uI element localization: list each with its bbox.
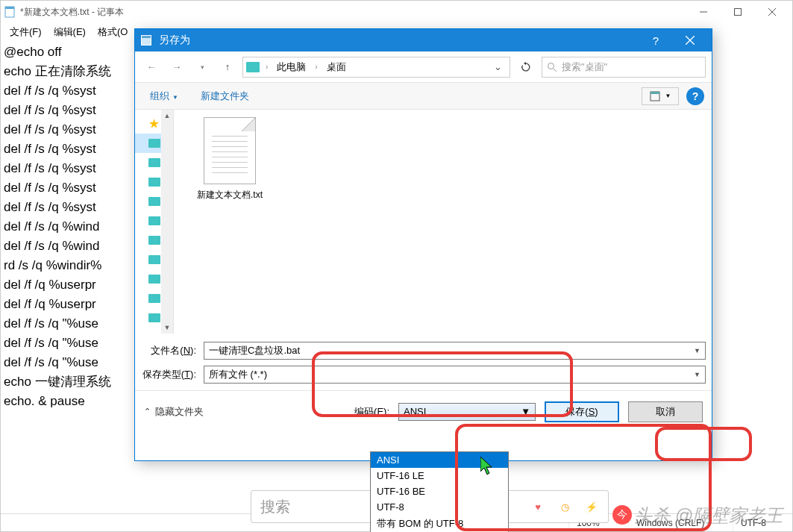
watermark-text: 头杀 @隔壁家老王 — [634, 504, 783, 528]
mouse-cursor-icon — [480, 457, 495, 476]
folder-tree[interactable]: ▲ ▼ — [135, 110, 174, 334]
svg-rect-1 — [5, 7, 14, 9]
save-as-dialog: 另存为 ? ← → ▾ ↑ › 此电脑 › 桌面 ⌄ 搜索"桌面" 组织▼ 新建… — [134, 28, 712, 461]
scroll-down-icon[interactable]: ▼ — [161, 322, 173, 334]
new-folder-button[interactable]: 新建文件夹 — [193, 87, 257, 106]
saveas-fields: 文件名(N): 一键清理C盘垃圾.bat▼ 保存类型(T): 所有文件 (*.*… — [135, 334, 712, 390]
breadcrumb-leaf[interactable]: 桌面 — [324, 59, 349, 75]
encoding-option[interactable]: 带有 BOM 的 UTF-8 — [371, 515, 508, 532]
help-icon[interactable]: ? — [686, 87, 704, 105]
cancel-button[interactable]: 取消 — [628, 401, 703, 422]
encoding-option[interactable]: UTF-8 — [371, 499, 508, 515]
filetype-label: 保存类型(T): — [141, 368, 204, 381]
maximize-button[interactable] — [721, 1, 755, 23]
svg-line-12 — [554, 69, 557, 72]
filename-label: 文件名(N): — [141, 344, 204, 357]
nav-forward-button[interactable]: → — [166, 57, 187, 78]
address-bar[interactable]: › 此电脑 › 桌面 ⌄ — [242, 57, 510, 78]
breadcrumb-sep-icon: › — [313, 63, 319, 71]
saveas-footer: ⌃ 隐藏文件夹 编码(E): ANSI▼ 保存(S) 取消 — [135, 390, 712, 432]
watermark-logo-icon: 今 — [612, 505, 632, 525]
file-list[interactable]: 新建文本文档.txt — [174, 110, 712, 334]
text-file-icon — [204, 117, 256, 184]
minimize-button[interactable] — [686, 1, 721, 23]
saveas-titlebar[interactable]: 另存为 ? — [135, 29, 712, 51]
file-item[interactable]: 新建文本文档.txt — [189, 117, 271, 201]
heart-icon[interactable]: ♥ — [530, 499, 545, 514]
view-options-button[interactable]: ▼ — [642, 87, 679, 105]
filename-input[interactable]: 一键清理C盘垃圾.bat▼ — [204, 342, 706, 360]
saveas-close-button[interactable] — [673, 29, 707, 51]
refresh-button[interactable] — [515, 57, 537, 78]
nav-recent-button[interactable]: ▾ — [192, 57, 213, 78]
search-icon — [547, 62, 557, 72]
notepad-title: *新建文本文档.txt - 记事本 — [20, 6, 686, 19]
scroll-up-icon[interactable]: ▲ — [161, 110, 173, 122]
close-button[interactable] — [755, 1, 789, 23]
svg-rect-8 — [142, 36, 151, 38]
saveas-toolbar: 组织▼ 新建文件夹 ▼ ? — [135, 83, 712, 110]
search-placeholder: 搜索"桌面" — [562, 60, 607, 74]
search-input[interactable]: 搜索"桌面" — [542, 57, 706, 78]
hide-folders-toggle[interactable]: ⌃ 隐藏文件夹 — [144, 405, 204, 419]
menu-file[interactable]: 文件(F) — [4, 24, 48, 40]
notepad-titlebar[interactable]: *新建文本文档.txt - 记事本 — [1, 1, 792, 23]
bolt-icon[interactable]: ⚡ — [584, 499, 599, 514]
menu-format[interactable]: 格式(O — [92, 24, 134, 40]
help-button[interactable]: ? — [639, 29, 673, 51]
notepad-icon — [4, 6, 16, 18]
encoding-label: 编码(E): — [354, 405, 389, 419]
filetype-select[interactable]: 所有文件 (*.*)▼ — [204, 366, 706, 384]
svg-rect-14 — [651, 92, 659, 94]
saveas-navbar: ← → ▾ ↑ › 此电脑 › 桌面 ⌄ 搜索"桌面" — [135, 51, 712, 83]
saveas-icon — [140, 34, 153, 47]
organize-button[interactable]: 组织▼ — [142, 87, 186, 106]
save-button[interactable]: 保存(S) — [545, 401, 619, 422]
menu-edit[interactable]: 编辑(E) — [48, 24, 92, 40]
svg-point-11 — [548, 63, 554, 69]
encoding-select[interactable]: ANSI▼ — [398, 403, 536, 421]
saveas-title: 另存为 — [159, 34, 639, 47]
tree-scrollbar[interactable]: ▲ ▼ — [161, 110, 173, 334]
clock-icon[interactable]: ◷ — [557, 499, 572, 514]
encoding-option[interactable]: UTF-16 BE — [371, 484, 508, 499]
file-name: 新建文本文档.txt — [189, 189, 271, 201]
nav-back-button[interactable]: ← — [141, 57, 162, 78]
breadcrumb-sep-icon: › — [264, 63, 269, 71]
breadcrumb-root[interactable]: 此电脑 — [274, 59, 309, 75]
chevron-up-icon: ⌃ — [144, 407, 151, 416]
svg-rect-3 — [735, 9, 742, 16]
address-dropdown-icon[interactable]: ⌄ — [489, 61, 507, 72]
nav-up-button[interactable]: ↑ — [217, 57, 238, 78]
folder-icon — [246, 62, 260, 72]
